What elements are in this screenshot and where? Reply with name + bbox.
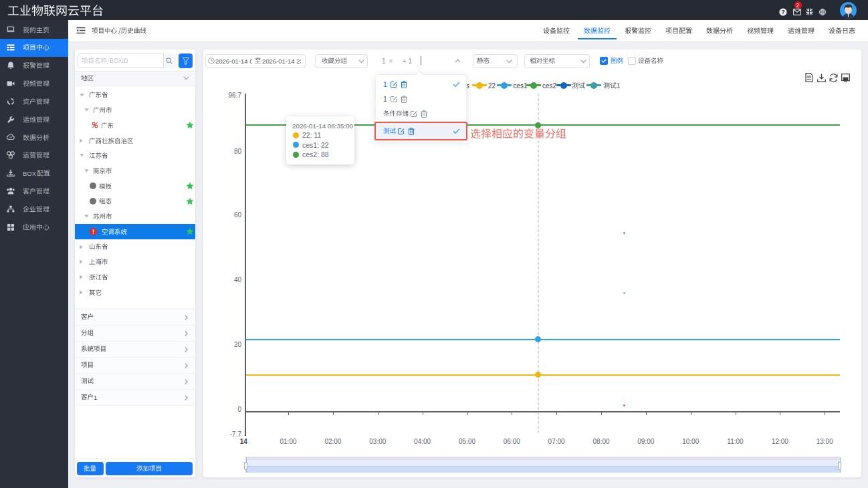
- svg-text:?: ?: [781, 9, 785, 15]
